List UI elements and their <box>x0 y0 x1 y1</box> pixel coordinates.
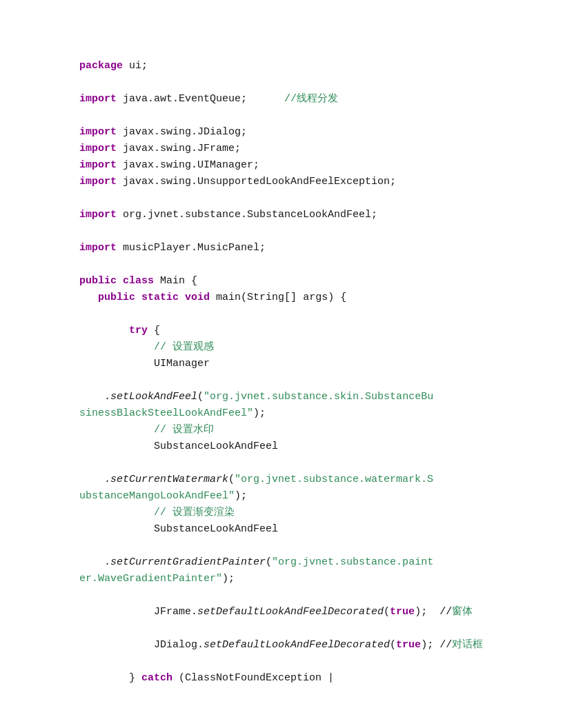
plain-text: ); <box>235 490 247 502</box>
code-line: SubstanceLookAndFeel <box>79 521 535 538</box>
code-line: .setCurrentGradientPainter("org.jvnet.su… <box>79 554 535 571</box>
code-line <box>79 256 535 273</box>
keyword: public <box>79 275 117 287</box>
plain-text <box>79 424 154 436</box>
string-literal: "org.jvnet.substance.skin.SubstanceBu <box>204 391 433 403</box>
plain-text: javax.swing.UIManager; <box>117 159 259 171</box>
code-line <box>79 306 535 323</box>
keyword: catch <box>141 672 172 684</box>
comment: // 设置观感 <box>154 341 214 353</box>
code-line: UIManager <box>79 356 535 372</box>
plain-text: . <box>79 556 110 568</box>
code-line: .setLookAndFeel("org.jvnet.substance.ski… <box>79 389 535 405</box>
plain-text: org.jvnet.substance.SubstanceLookAndFeel… <box>117 209 377 221</box>
keyword: import <box>79 209 117 221</box>
string-literal: "org.jvnet.substance.watermark.S <box>235 474 433 485</box>
method-call: setLookAndFeel <box>110 391 197 403</box>
plain-text: SubstanceLookAndFeel <box>79 441 278 452</box>
method-call: setDefaultLookAndFeelDecorated <box>197 606 384 618</box>
plain-text: javax.swing.JFrame; <box>117 143 241 154</box>
code-line: import javax.swing.UnsupportedLookAndFee… <box>79 174 535 190</box>
code-line: sinessBlackSteelLookAndFeel"); <box>79 405 535 422</box>
plain-text: UIManager <box>79 358 210 370</box>
plain-text: java.awt.EventQueue; <box>117 93 284 105</box>
code-line: public class Main { <box>79 273 535 290</box>
plain-text <box>79 325 129 336</box>
comment: // 设置水印 <box>154 424 214 436</box>
keyword: import <box>79 93 117 105</box>
keyword: true <box>390 606 415 618</box>
code-line: package ui; <box>79 58 535 74</box>
plain-text: ( <box>228 474 235 485</box>
keyword: import <box>79 143 117 154</box>
plain-text <box>179 292 185 303</box>
code-line <box>79 538 535 554</box>
comment: 对话框 <box>452 639 483 651</box>
code-line: JDialog.setDefaultLookAndFeelDecorated(t… <box>79 637 535 654</box>
code-line <box>79 455 535 472</box>
plain-text: musicPlayer.MusicPanel; <box>117 242 266 254</box>
plain-text: . <box>79 474 110 485</box>
plain-text: main(String[] <box>210 292 303 303</box>
code-line: // 设置观感 <box>79 339 535 356</box>
plain-text: ) { <box>328 292 346 303</box>
keyword: import <box>79 176 117 188</box>
keyword: package <box>79 60 123 72</box>
plain-text <box>79 507 154 518</box>
plain-text: ui; <box>123 60 148 72</box>
code-line <box>79 654 535 670</box>
plain-text: javax.swing.UnsupportedLookAndFeelExcept… <box>117 176 396 188</box>
code-line <box>79 190 535 207</box>
plain-text <box>135 292 141 303</box>
code-line: public static void main(String[] args) { <box>79 290 535 306</box>
code-line: } catch (ClassNotFoundException | <box>79 670 535 687</box>
code-line: import org.jvnet.substance.SubstanceLook… <box>79 207 535 223</box>
plain-text: JDialog. <box>79 639 204 651</box>
code-line: import javax.swing.JFrame; <box>79 141 535 157</box>
keyword: true <box>396 639 421 651</box>
plain-text: ( <box>384 606 390 618</box>
code-line <box>79 372 535 389</box>
code-line: import musicPlayer.MusicPanel; <box>79 240 535 256</box>
plain-text: ( <box>266 556 272 568</box>
code-line: import javax.swing.JDialog; <box>79 124 535 141</box>
plain-text <box>79 341 154 353</box>
code-line: SubstanceLookAndFeel <box>79 438 535 455</box>
plain-text: . <box>79 391 110 403</box>
comment: // 设置渐变渲染 <box>154 507 235 518</box>
string-literal: sinessBlackSteelLookAndFeel" <box>79 407 253 419</box>
string-literal: er.WaveGradientPainter" <box>79 573 222 585</box>
code-line <box>79 223 535 240</box>
plain-text <box>117 275 123 287</box>
keyword: import <box>79 242 117 254</box>
code-line: import java.awt.EventQueue; //线程分发 <box>79 91 535 108</box>
code-line: try { <box>79 323 535 339</box>
method-call: setCurrentWatermark <box>110 474 228 485</box>
code-line: er.WaveGradientPainter"); <box>79 571 535 587</box>
plain-text: } <box>79 672 141 684</box>
code-editor: package ui; import java.awt.EventQueue; … <box>79 41 535 687</box>
keyword: class <box>123 275 154 287</box>
plain-text: Main { <box>154 275 197 287</box>
keyword: try <box>129 325 148 336</box>
plain-text: ); // <box>421 639 452 651</box>
code-line: ubstanceMangoLookAndFeel"); <box>79 488 535 505</box>
keyword: import <box>79 159 117 171</box>
code-line: // 设置渐变渲染 <box>79 505 535 521</box>
comment: 窗体 <box>452 606 473 618</box>
comment: //线程分发 <box>284 93 338 105</box>
string-literal: "org.jvnet.substance.paint <box>272 556 433 568</box>
code-line: .setCurrentWatermark("org.jvnet.substanc… <box>79 472 535 488</box>
plain-text: ); <box>222 573 235 585</box>
code-line <box>79 74 535 91</box>
method-call: setDefaultLookAndFeelDecorated <box>204 639 390 651</box>
plain-text: ); <box>253 407 266 419</box>
code-line <box>79 587 535 604</box>
keyword: public <box>98 292 135 303</box>
code-line: import javax.swing.UIManager; <box>79 157 535 174</box>
plain-text <box>79 292 98 303</box>
plain-text: (ClassNotFoundException | <box>172 672 334 684</box>
plain-text: JFrame. <box>79 606 197 618</box>
code-line: // 设置水印 <box>79 422 535 438</box>
code-line: JFrame.setDefaultLookAndFeelDecorated(tr… <box>79 604 535 620</box>
